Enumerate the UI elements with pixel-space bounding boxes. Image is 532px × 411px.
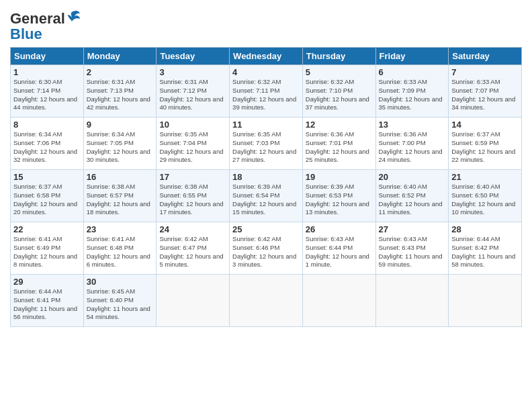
- calendar-cell: 2Sunrise: 6:31 AMSunset: 7:13 PMDaylight…: [83, 65, 157, 118]
- day-info: Sunrise: 6:41 AMSunset: 6:49 PMDaylight:…: [13, 235, 81, 269]
- day-info: Sunrise: 6:36 AMSunset: 7:01 PMDaylight:…: [306, 130, 373, 165]
- weekday-header-friday: Friday: [375, 48, 449, 65]
- calendar-cell: 22Sunrise: 6:41 AMSunset: 6:49 PMDayligh…: [11, 222, 84, 275]
- day-number: 12: [306, 120, 373, 130]
- day-info: Sunrise: 6:30 AMSunset: 7:14 PMDaylight:…: [13, 78, 81, 112]
- calendar-cell: [375, 275, 449, 327]
- day-number: 23: [87, 224, 154, 234]
- day-info: Sunrise: 6:42 AMSunset: 6:47 PMDaylight:…: [159, 235, 226, 269]
- calendar-cell: 5Sunrise: 6:32 AMSunset: 7:10 PMDaylight…: [302, 65, 375, 118]
- day-info: Sunrise: 6:44 AMSunset: 6:42 PMDaylight:…: [451, 235, 519, 269]
- day-number: 16: [87, 172, 154, 182]
- logo: General Blue: [10, 7, 81, 43]
- day-number: 26: [306, 224, 373, 234]
- day-number: 18: [232, 172, 300, 182]
- calendar-cell: 20Sunrise: 6:40 AMSunset: 6:52 PMDayligh…: [375, 170, 449, 222]
- calendar-cell: 1Sunrise: 6:30 AMSunset: 7:14 PMDaylight…: [11, 65, 84, 118]
- day-number: 20: [379, 172, 446, 182]
- day-number: 11: [232, 120, 300, 130]
- weekday-header-thursday: Thursday: [302, 48, 375, 65]
- day-number: 27: [379, 224, 446, 234]
- day-info: Sunrise: 6:42 AMSunset: 6:46 PMDaylight:…: [232, 235, 300, 269]
- day-info: Sunrise: 6:41 AMSunset: 6:48 PMDaylight:…: [87, 235, 154, 269]
- weekday-header-tuesday: Tuesday: [157, 48, 230, 65]
- calendar-table: SundayMondayTuesdayWednesdayThursdayFrid…: [10, 47, 522, 327]
- day-number: 3: [159, 67, 226, 77]
- calendar-cell: 16Sunrise: 6:38 AMSunset: 6:57 PMDayligh…: [83, 170, 157, 222]
- day-info: Sunrise: 6:35 AMSunset: 7:04 PMDaylight:…: [159, 130, 226, 165]
- calendar-cell: 23Sunrise: 6:41 AMSunset: 6:48 PMDayligh…: [83, 222, 157, 275]
- calendar-cell: 3Sunrise: 6:31 AMSunset: 7:12 PMDaylight…: [157, 65, 230, 118]
- logo-bird-icon: [66, 9, 81, 28]
- calendar-cell: 24Sunrise: 6:42 AMSunset: 6:47 PMDayligh…: [157, 222, 230, 275]
- calendar-cell: 21Sunrise: 6:40 AMSunset: 6:50 PMDayligh…: [449, 170, 522, 222]
- day-number: 25: [232, 224, 300, 234]
- calendar-cell: 6Sunrise: 6:33 AMSunset: 7:09 PMDaylight…: [375, 65, 449, 118]
- weekday-header-saturday: Saturday: [449, 48, 522, 65]
- day-number: 17: [159, 172, 226, 182]
- day-number: 1: [13, 67, 81, 77]
- day-info: Sunrise: 6:31 AMSunset: 7:12 PMDaylight:…: [159, 78, 226, 112]
- calendar-cell: 4Sunrise: 6:32 AMSunset: 7:11 PMDaylight…: [230, 65, 303, 118]
- calendar-cell: 7Sunrise: 6:33 AMSunset: 7:07 PMDaylight…: [449, 65, 522, 118]
- day-info: Sunrise: 6:36 AMSunset: 7:00 PMDaylight:…: [379, 130, 446, 165]
- calendar-cell: 13Sunrise: 6:36 AMSunset: 7:00 PMDayligh…: [375, 118, 449, 170]
- day-number: 15: [13, 172, 81, 182]
- day-info: Sunrise: 6:35 AMSunset: 7:03 PMDaylight:…: [232, 130, 300, 165]
- day-number: 6: [379, 67, 446, 77]
- calendar-cell: [449, 275, 522, 327]
- calendar-cell: 25Sunrise: 6:42 AMSunset: 6:46 PMDayligh…: [230, 222, 303, 275]
- day-number: 10: [159, 120, 226, 130]
- day-number: 5: [306, 67, 373, 77]
- day-info: Sunrise: 6:33 AMSunset: 7:09 PMDaylight:…: [379, 78, 446, 112]
- day-number: 8: [13, 120, 81, 130]
- day-info: Sunrise: 6:39 AMSunset: 6:53 PMDaylight:…: [306, 183, 373, 217]
- calendar-cell: 18Sunrise: 6:39 AMSunset: 6:54 PMDayligh…: [230, 170, 303, 222]
- page-header: General Blue: [10, 7, 522, 43]
- day-number: 22: [13, 224, 81, 234]
- day-info: Sunrise: 6:33 AMSunset: 7:07 PMDaylight:…: [451, 78, 519, 112]
- day-info: Sunrise: 6:44 AMSunset: 6:41 PMDaylight:…: [13, 287, 81, 322]
- calendar-cell: 28Sunrise: 6:44 AMSunset: 6:42 PMDayligh…: [449, 222, 522, 275]
- calendar-cell: 19Sunrise: 6:39 AMSunset: 6:53 PMDayligh…: [302, 170, 375, 222]
- calendar-cell: [157, 275, 230, 327]
- logo-blue: Blue: [10, 26, 42, 43]
- day-info: Sunrise: 6:37 AMSunset: 6:58 PMDaylight:…: [13, 183, 81, 217]
- day-number: 4: [232, 67, 300, 77]
- day-number: 9: [87, 120, 154, 130]
- day-info: Sunrise: 6:34 AMSunset: 7:06 PMDaylight:…: [13, 130, 81, 165]
- day-info: Sunrise: 6:38 AMSunset: 6:55 PMDaylight:…: [159, 183, 226, 217]
- calendar-cell: [230, 275, 303, 327]
- day-info: Sunrise: 6:39 AMSunset: 6:54 PMDaylight:…: [232, 183, 300, 217]
- day-info: Sunrise: 6:43 AMSunset: 6:44 PMDaylight:…: [306, 235, 373, 269]
- day-number: 7: [451, 67, 519, 77]
- day-number: 14: [451, 120, 519, 130]
- weekday-header-monday: Monday: [83, 48, 157, 65]
- calendar-cell: 12Sunrise: 6:36 AMSunset: 7:01 PMDayligh…: [302, 118, 375, 170]
- day-number: 24: [159, 224, 226, 234]
- day-number: 30: [87, 277, 154, 287]
- calendar-cell: [302, 275, 375, 327]
- day-number: 13: [379, 120, 446, 130]
- calendar-cell: 9Sunrise: 6:34 AMSunset: 7:05 PMDaylight…: [83, 118, 157, 170]
- day-info: Sunrise: 6:45 AMSunset: 6:40 PMDaylight:…: [87, 287, 154, 322]
- day-info: Sunrise: 6:32 AMSunset: 7:10 PMDaylight:…: [306, 78, 373, 112]
- calendar-cell: 15Sunrise: 6:37 AMSunset: 6:58 PMDayligh…: [11, 170, 84, 222]
- calendar-cell: 14Sunrise: 6:37 AMSunset: 6:59 PMDayligh…: [449, 118, 522, 170]
- calendar-cell: 17Sunrise: 6:38 AMSunset: 6:55 PMDayligh…: [157, 170, 230, 222]
- calendar-cell: 8Sunrise: 6:34 AMSunset: 7:06 PMDaylight…: [11, 118, 84, 170]
- day-info: Sunrise: 6:34 AMSunset: 7:05 PMDaylight:…: [87, 130, 154, 165]
- day-number: 2: [87, 67, 154, 77]
- calendar-cell: 30Sunrise: 6:45 AMSunset: 6:40 PMDayligh…: [83, 275, 157, 327]
- day-info: Sunrise: 6:43 AMSunset: 6:43 PMDaylight:…: [379, 235, 446, 269]
- day-number: 21: [451, 172, 519, 182]
- day-info: Sunrise: 6:38 AMSunset: 6:57 PMDaylight:…: [87, 183, 154, 217]
- calendar-cell: 26Sunrise: 6:43 AMSunset: 6:44 PMDayligh…: [302, 222, 375, 275]
- day-info: Sunrise: 6:37 AMSunset: 6:59 PMDaylight:…: [451, 130, 519, 165]
- calendar-cell: 10Sunrise: 6:35 AMSunset: 7:04 PMDayligh…: [157, 118, 230, 170]
- day-info: Sunrise: 6:40 AMSunset: 6:50 PMDaylight:…: [451, 183, 519, 217]
- day-number: 19: [306, 172, 373, 182]
- day-info: Sunrise: 6:40 AMSunset: 6:52 PMDaylight:…: [379, 183, 446, 217]
- day-number: 29: [13, 277, 81, 287]
- calendar-cell: 29Sunrise: 6:44 AMSunset: 6:41 PMDayligh…: [11, 275, 84, 327]
